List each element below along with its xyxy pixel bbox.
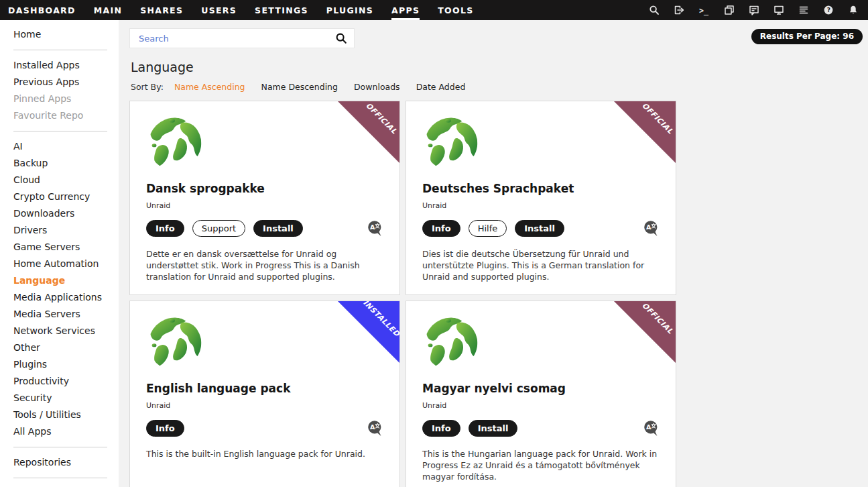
sidebar-item-previous-apps[interactable]: Previous Apps: [0, 74, 119, 91]
nav-icon-tray: >_ ?: [649, 0, 859, 20]
sidebar-item-home-automation[interactable]: Home Automation: [0, 256, 119, 272]
sidebar-item-crypto-currency[interactable]: Crypto Currency: [0, 188, 119, 205]
top-nav-bar: DASHBOARDMAINSHARESUSERSSETTINGSPLUGINSA…: [0, 0, 868, 20]
sidebar-item-home[interactable]: Home: [0, 26, 119, 43]
language-pack-icon: [367, 220, 383, 237]
nav-tab-settings[interactable]: SETTINGS: [255, 0, 308, 20]
info-button[interactable]: Info: [146, 220, 184, 237]
sidebar-item-language[interactable]: Language: [0, 272, 119, 289]
sidebar-divider: [13, 131, 107, 131]
notifications-icon[interactable]: [848, 5, 859, 15]
card-actions: InfoSupportInstall: [146, 220, 383, 237]
sidebar-item-backup[interactable]: Backup: [0, 155, 119, 172]
nav-tab-apps[interactable]: APPS: [391, 0, 420, 20]
globe-icon: [422, 115, 480, 173]
app-card-dansk-sprogpakke: OFFICIALDansk sprogpakkeUnraidInfoSuppor…: [129, 101, 400, 295]
app-author: Unraid: [146, 201, 383, 210]
support-button[interactable]: Support: [192, 220, 245, 237]
nav-tab-shares[interactable]: SHARES: [140, 0, 183, 20]
info-button[interactable]: Info: [422, 220, 460, 237]
feedback-icon[interactable]: [749, 5, 759, 15]
sort-option-name-descending[interactable]: Name Descending: [261, 82, 338, 92]
sidebar-item-media-servers[interactable]: Media Servers: [0, 306, 119, 323]
app-card-english-language-pack: INSTALLEDEnglish language packUnraidInfo…: [129, 301, 400, 487]
search-icon[interactable]: [649, 5, 660, 15]
logout-icon[interactable]: [674, 5, 684, 15]
nav-tab-plugins[interactable]: PLUGINS: [326, 0, 373, 20]
globe-icon: [146, 315, 204, 373]
app-author: Unraid: [422, 401, 660, 410]
nav-tab-dashboard[interactable]: DASHBOARD: [8, 0, 76, 20]
app-author: Unraid: [146, 401, 383, 410]
globe-icon: [146, 115, 204, 173]
sidebar-item-downloaders[interactable]: Downloaders: [0, 205, 119, 222]
sort-option-downloads[interactable]: Downloads: [354, 82, 400, 92]
logs-icon[interactable]: [798, 5, 809, 15]
sidebar-item-game-servers[interactable]: Game Servers: [0, 239, 119, 256]
main-menu: DASHBOARDMAINSHARESUSERSSETTINGSPLUGINSA…: [8, 0, 474, 20]
sort-bar: Sort By: Name AscendingName DescendingDo…: [131, 82, 863, 92]
sidebar-divider: [13, 447, 107, 447]
app-card-grid: OFFICIALDansk sprogpakkeUnraidInfoSuppor…: [129, 101, 863, 487]
nav-tab-main[interactable]: MAIN: [94, 0, 122, 20]
app-description: This is the built-in English language pa…: [146, 448, 383, 459]
sort-by-label: Sort By:: [131, 82, 164, 92]
hilfe-button[interactable]: Hilfe: [469, 220, 507, 237]
app-description: Dies ist die deutsche Übersetzung für Un…: [422, 248, 660, 282]
content-header: Results Per Page: 96: [129, 28, 863, 48]
app-card-magyar-nyelvi-csomag: OFFICIALMagyar nyelvi csomagUnraidInfoIn…: [406, 301, 676, 487]
svg-text:?: ?: [827, 7, 830, 13]
content-area: Results Per Page: 96 Language Sort By: N…: [119, 20, 868, 487]
sort-option-name-ascending[interactable]: Name Ascending: [174, 82, 245, 92]
sidebar: HomeInstalled AppsPrevious AppsPinned Ap…: [0, 20, 119, 487]
install-button[interactable]: Install: [469, 420, 518, 437]
app-title: Magyar nyelvi csomag: [422, 382, 660, 395]
sidebar-item-drivers[interactable]: Drivers: [0, 222, 119, 239]
sidebar-item-tools-utilities[interactable]: Tools / Utilities: [0, 407, 119, 423]
install-button[interactable]: Install: [253, 220, 303, 237]
display-icon[interactable]: [773, 5, 784, 15]
help-icon[interactable]: ?: [823, 5, 834, 15]
app-title: Dansk sprogpakke: [146, 182, 383, 195]
card-actions: InfoHilfeInstall: [422, 220, 660, 237]
app-card-deutsches-sprachpaket: OFFICIALDeutsches SprachpaketUnraidInfoH…: [406, 101, 676, 295]
sidebar-item-other[interactable]: Other: [0, 339, 119, 356]
sidebar-item-favourite-repo: Favourite Repo: [0, 107, 119, 124]
app-description: This is the Hungarian language pack for …: [422, 448, 660, 482]
sidebar-item-installed-apps[interactable]: Installed Apps: [0, 57, 119, 74]
language-pack-icon: [643, 220, 660, 237]
card-actions: InfoInstall: [422, 420, 660, 437]
sidebar-item-all-apps[interactable]: All Apps: [0, 423, 119, 440]
sort-options: Name AscendingName DescendingDownloadsDa…: [174, 82, 481, 92]
language-pack-icon: [643, 420, 660, 437]
sidebar-item-repositories[interactable]: Repositories: [0, 454, 119, 471]
language-pack-icon: [367, 420, 383, 437]
globe-icon: [422, 315, 480, 373]
app-author: Unraid: [422, 201, 660, 210]
nav-tab-users[interactable]: USERS: [201, 0, 237, 20]
info-button[interactable]: Info: [146, 420, 184, 437]
svg-text:>_: >_: [699, 6, 708, 16]
sidebar-item-pinned-apps: Pinned Apps: [0, 91, 119, 107]
info-button[interactable]: Info: [422, 420, 460, 437]
sidebar-item-productivity[interactable]: Productivity: [0, 373, 119, 390]
search-input[interactable]: [137, 33, 335, 44]
sidebar-item-cloud[interactable]: Cloud: [0, 172, 119, 188]
sidebar-item-network-services[interactable]: Network Services: [0, 323, 119, 339]
nav-tab-tools[interactable]: TOOLS: [438, 0, 473, 20]
sidebar-item-ai[interactable]: AI: [0, 138, 119, 155]
sidebar-item-media-applications[interactable]: Media Applications: [0, 289, 119, 306]
sort-option-date-added[interactable]: Date Added: [416, 82, 466, 92]
sidebar-item-security[interactable]: Security: [0, 390, 119, 407]
install-button[interactable]: Install: [515, 220, 564, 237]
search-submit-icon[interactable]: [335, 32, 347, 44]
sidebar-divider: [13, 50, 107, 50]
sidebar-divider: [13, 478, 107, 478]
app-title: Deutsches Sprachpaket: [422, 182, 660, 195]
terminal-icon[interactable]: >_: [698, 5, 710, 15]
results-per-page-badge[interactable]: Results Per Page: 96: [751, 29, 863, 44]
copy-icon[interactable]: [724, 5, 735, 15]
search-box: [129, 28, 355, 48]
app-description: Dette er en dansk oversættelse for Unrai…: [146, 248, 383, 282]
sidebar-item-plugins[interactable]: Plugins: [0, 356, 119, 373]
